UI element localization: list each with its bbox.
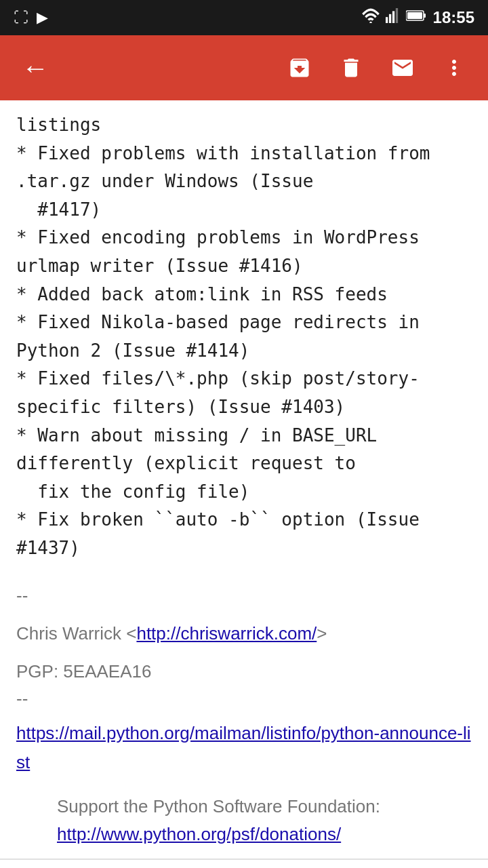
support-link[interactable]: http://www.python.org/psf/donations/ [57,824,341,844]
sig-dash-2: -- [16,685,472,712]
battery-icon [406,8,426,27]
sig-pgp: PGP: 5EAAEA16 [16,658,472,685]
svg-rect-4 [395,8,397,23]
email-content: listings * Fixed problems with installat… [16,111,472,563]
mail-button[interactable] [380,45,426,91]
back-button[interactable]: ← [11,53,60,83]
status-bar-right: 18:55 [361,8,474,27]
archive-button[interactable] [277,45,323,91]
action-bar: Reply Reply all Forward [0,859,488,868]
svg-rect-2 [389,14,391,23]
image-icon: ⛶ [14,9,28,26]
toolbar-actions [277,45,477,91]
support-text: Support the Python Software Foundation: [57,793,472,820]
email-body: listings * Fixed problems with installat… [0,100,488,859]
sig-author-link[interactable]: http://chriswarrick.com/ [136,623,317,644]
sig-author-text: Chris Warrick < [16,623,136,644]
time-display: 18:55 [433,8,474,27]
svg-point-0 [369,22,372,23]
delete-button[interactable] [328,45,374,91]
sig-author-end: > [317,623,327,644]
signal-icon [386,8,401,27]
svg-rect-7 [407,12,422,19]
sig-author: Chris Warrick <http://chriswarrick.com/> [16,620,472,647]
status-icons [361,8,426,27]
status-bar-left: ⛶ ▶ [14,9,48,26]
toolbar: ← [0,35,488,100]
svg-rect-3 [392,11,394,23]
svg-rect-6 [424,14,426,18]
support-block: Support the Python Software Foundation: … [57,793,472,848]
play-icon: ▶ [37,9,48,26]
wifi-icon [361,8,380,27]
sig-dash-1: -- [16,582,472,609]
more-button[interactable] [431,45,477,91]
status-bar: ⛶ ▶ [0,0,488,35]
sig-list-link[interactable]: https://mail.python.org/mailman/listinfo… [16,723,471,772]
svg-rect-1 [386,17,388,23]
